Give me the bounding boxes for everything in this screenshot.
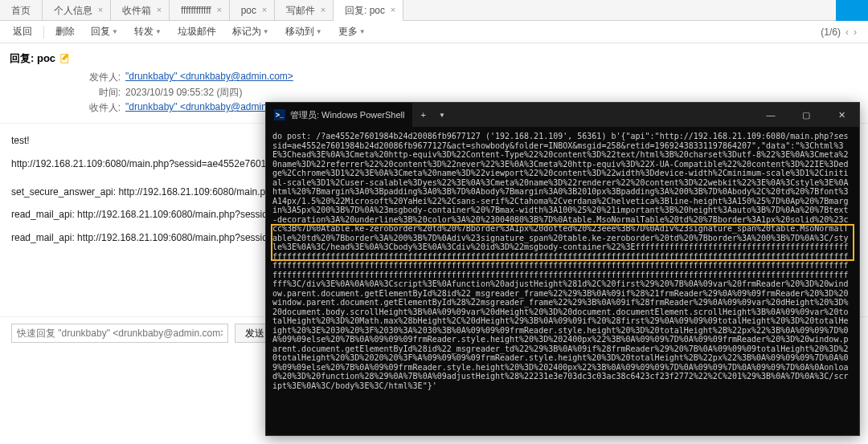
terminal-tab[interactable]: >_ 管理员: Windows PowerShell: [266, 103, 412, 127]
terminal-output[interactable]: do post: /?ae4552e7601984b24d20086fb9677…: [266, 127, 859, 435]
tab-inbox[interactable]: 收件箱×: [111, 0, 170, 21]
close-icon[interactable]: ×: [260, 5, 269, 14]
spam-button[interactable]: 垃圾邮件: [171, 23, 223, 40]
move-button[interactable]: 移动到▼: [279, 23, 329, 40]
close-button[interactable]: ✕: [824, 103, 859, 127]
close-icon[interactable]: ×: [318, 5, 328, 14]
terminal-titlebar[interactable]: >_ 管理员: Windows PowerShell + ▼ — ▢ ✕: [266, 103, 859, 127]
sender-link[interactable]: "drunkbaby" <drunkbaby@admin.com>: [125, 71, 293, 84]
prev-icon[interactable]: ‹: [845, 26, 849, 38]
quick-reply-input[interactable]: [11, 324, 228, 343]
delete-button[interactable]: 删除: [49, 23, 81, 40]
next-icon[interactable]: ›: [854, 26, 857, 38]
powershell-icon: >_: [274, 109, 285, 120]
forward-button[interactable]: 转发▼: [128, 23, 168, 40]
tab-bar: 首页 个人信息× 收件箱× ffffffffffff× poc× 写邮件× 回复…: [0, 0, 868, 21]
edit-icon[interactable]: [60, 53, 72, 64]
tab-ffff[interactable]: ffffffffffff×: [170, 0, 230, 21]
chevron-down-icon: ▼: [263, 28, 269, 35]
tab-poc[interactable]: poc×: [230, 0, 275, 21]
reply-button[interactable]: 回复▼: [84, 23, 125, 40]
tab-home[interactable]: 首页: [0, 0, 43, 21]
more-button[interactable]: 更多▼: [332, 23, 372, 40]
close-icon[interactable]: ×: [215, 5, 224, 14]
time-row: 时间: 2023/10/19 09:55:32 (周四): [82, 86, 858, 100]
maximize-button[interactable]: ▢: [788, 103, 824, 127]
chevron-down-icon: ▼: [316, 28, 322, 35]
tab-compose[interactable]: 写邮件×: [275, 0, 334, 21]
tab-profile[interactable]: 个人信息×: [43, 0, 111, 21]
chevron-down-icon: ▼: [359, 28, 366, 35]
pager-count: (1/6): [821, 26, 841, 38]
back-button[interactable]: 返回: [6, 23, 39, 40]
mark-button[interactable]: 标记为▼: [226, 23, 276, 40]
close-icon[interactable]: ×: [388, 5, 398, 14]
mail-toolbar: 返回 删除 回复▼ 转发▼ 垃圾邮件 标记为▼ 移动到▼ 更多▼ (1/6) ‹…: [0, 21, 868, 43]
minimize-button[interactable]: —: [753, 103, 788, 127]
brand-accent: [836, 0, 868, 21]
chevron-down-icon: ▼: [155, 28, 162, 35]
terminal-window: >_ 管理员: Windows PowerShell + ▼ — ▢ ✕ do …: [265, 102, 860, 436]
sender-row: 发件人: "drunkbaby" <drunkbaby@admin.com>: [82, 71, 858, 84]
terminal-title: 管理员: Windows PowerShell: [290, 109, 404, 121]
tab-reply-poc[interactable]: 回复: poc×: [334, 0, 403, 21]
mail-subject: 回复: poc: [10, 51, 858, 66]
close-icon[interactable]: ×: [154, 5, 164, 14]
tab-dropdown-icon[interactable]: ▼: [434, 112, 450, 119]
new-tab-button[interactable]: +: [412, 110, 433, 120]
close-icon[interactable]: ×: [96, 5, 105, 14]
pager: (1/6) ‹ ›: [821, 26, 862, 38]
chevron-down-icon: ▼: [112, 28, 118, 35]
